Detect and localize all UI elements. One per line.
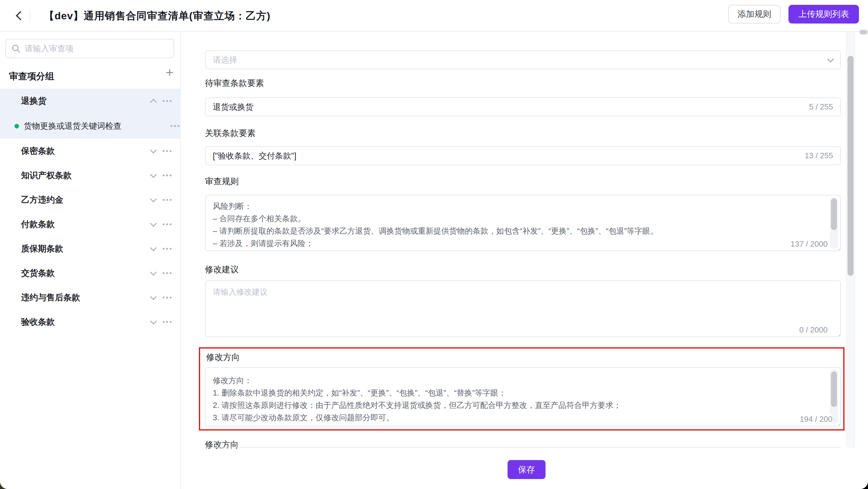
char-counter: 0 / 2000 bbox=[798, 325, 828, 335]
review-item-search[interactable] bbox=[5, 39, 174, 58]
save-button[interactable]: 保存 bbox=[507, 460, 546, 479]
resize-corner-icon[interactable] bbox=[834, 246, 841, 251]
sidebar-group-delivery[interactable]: 交货条款 ••• bbox=[0, 261, 181, 285]
clipped-field-top-border bbox=[205, 447, 841, 448]
sidebar-group-penalty[interactable]: 乙方违约金 ••• bbox=[0, 187, 181, 212]
review-rule-textarea[interactable]: 风险判断： – 合同存在多个相关条款。 – 请判断所提取的条款是否涉及“要求乙方… bbox=[206, 195, 840, 250]
chevron-down-icon[interactable] bbox=[150, 147, 157, 153]
related-element-input[interactable]: ["验收条款、交付条款"] 13 / 255 bbox=[205, 146, 841, 165]
sidebar-group-confidentiality[interactable]: 保密条款 ••• bbox=[0, 139, 181, 163]
chevron-down-icon[interactable] bbox=[150, 171, 157, 178]
chevron-down-icon[interactable] bbox=[150, 195, 157, 202]
sidebar-group-warranty[interactable]: 质保期条款 ••• bbox=[0, 236, 181, 261]
direction-field: 修改方向： 1. 删除条款中退换货的相关约定，如“补发”、“更换”、“包换”、“… bbox=[205, 367, 841, 426]
char-counter: 13 / 255 bbox=[803, 151, 833, 160]
char-counter: 137 / 2000 bbox=[789, 239, 828, 249]
review-element-input[interactable]: 退货或换货 5 / 255 bbox=[205, 97, 841, 116]
sidebar-item-keyword-check[interactable]: 货物更换或退货关键词检查 ••• bbox=[0, 113, 181, 139]
textarea-scrollbar-thumb[interactable] bbox=[831, 198, 837, 230]
more-menu-icon[interactable]: ••• bbox=[162, 245, 173, 252]
highlighted-direction-section: 修改方向 修改方向： 1. 删除条款中退换货的相关约定，如“补发”、“更换”、“… bbox=[199, 347, 844, 430]
content-scrollbar-thumb[interactable] bbox=[847, 56, 854, 276]
suggestion-field: 0 / 2000 bbox=[205, 280, 841, 337]
active-dot-icon bbox=[14, 124, 19, 128]
sidebar-group-payment[interactable]: 付款条款 ••• bbox=[0, 212, 181, 236]
chevron-down-icon[interactable] bbox=[150, 293, 157, 300]
add-rule-button[interactable]: 添加规则 bbox=[728, 5, 781, 24]
more-menu-icon[interactable]: ••• bbox=[162, 98, 173, 104]
chevron-down-icon[interactable] bbox=[150, 269, 157, 276]
suggestion-label: 修改建议 bbox=[205, 264, 239, 275]
chevron-down-icon[interactable] bbox=[150, 220, 157, 227]
page-header: 【dev】通用销售合同审查清单(审查立场：乙方) 添加规则 上传规则列表 bbox=[0, 0, 868, 32]
more-menu-icon[interactable]: ••• bbox=[162, 148, 173, 154]
direction-label: 修改方向 bbox=[206, 352, 240, 363]
search-input[interactable] bbox=[25, 44, 168, 53]
char-counter: 5 / 255 bbox=[807, 102, 833, 112]
suggestion-textarea[interactable] bbox=[206, 281, 840, 336]
more-menu-icon[interactable]: ••• bbox=[162, 270, 173, 276]
sidebar-group-returns[interactable]: 退换货 ••• bbox=[0, 89, 181, 113]
sidebar-group-breach-aftersale[interactable]: 违约与售后条款 ••• bbox=[0, 285, 181, 310]
sidebar-group-ip[interactable]: 知识产权条款 ••• bbox=[0, 163, 181, 187]
chevron-up-icon[interactable] bbox=[150, 99, 157, 105]
add-group-icon[interactable]: + bbox=[165, 65, 174, 79]
upload-rules-button[interactable]: 上传规则列表 bbox=[788, 5, 859, 24]
textarea-scrollbar-thumb[interactable] bbox=[831, 371, 837, 407]
review-element-label: 待审查条款要素 bbox=[205, 78, 264, 89]
chevron-down-icon[interactable] bbox=[150, 317, 157, 325]
page-title: 【dev】通用销售合同审查清单(审查立场：乙方) bbox=[44, 0, 270, 32]
more-menu-icon[interactable]: ••• bbox=[162, 319, 173, 325]
more-menu-icon[interactable]: ••• bbox=[162, 196, 173, 203]
groups-heading: 审查项分组 bbox=[9, 70, 54, 83]
sidebar: 审查项分组 + 退换货 ••• 货物更换或退货关键词检查 ••• 保密条款 ••… bbox=[0, 32, 181, 489]
review-rule-field: 风险判断： – 合同存在多个相关条款。 – 请判断所提取的条款是否涉及“要求乙方… bbox=[205, 195, 841, 251]
more-menu-icon[interactable]: ••• bbox=[162, 221, 173, 227]
resize-corner-icon[interactable] bbox=[834, 332, 841, 337]
direction2-label: 修改方向 bbox=[205, 439, 239, 450]
search-icon bbox=[11, 44, 21, 53]
page-scrollbar-thumb[interactable] bbox=[860, 30, 867, 34]
chevron-left-icon bbox=[16, 11, 25, 20]
resize-corner-icon[interactable] bbox=[834, 422, 841, 426]
type-select[interactable]: 请选择 bbox=[205, 50, 841, 69]
header-divider bbox=[30, 10, 30, 22]
char-counter: 194 / 200 bbox=[798, 415, 832, 424]
sidebar-group-acceptance[interactable]: 验收条款 ••• bbox=[0, 310, 181, 334]
back-button[interactable] bbox=[11, 8, 27, 24]
select-placeholder: 请选择 bbox=[213, 55, 828, 65]
related-element-label: 关联条款要素 bbox=[205, 127, 255, 139]
chevron-down-icon bbox=[827, 56, 834, 62]
content-scrollbar-track[interactable] bbox=[846, 32, 855, 448]
more-menu-icon[interactable]: ••• bbox=[170, 122, 181, 130]
review-rule-label: 审查规则 bbox=[205, 176, 239, 187]
chevron-down-icon[interactable] bbox=[150, 244, 157, 251]
more-menu-icon[interactable]: ••• bbox=[162, 294, 173, 301]
form-panel: 请选择 待审查条款要素 退货或换货 5 / 255 关联条款要素 ["验收条款、… bbox=[181, 32, 868, 489]
direction-textarea[interactable]: 修改方向： 1. 删除条款中退换货的相关约定，如“补发”、“更换”、“包换”、“… bbox=[206, 368, 840, 426]
app-window: 【dev】通用销售合同审查清单(审查立场：乙方) 添加规则 上传规则列表 审查项… bbox=[0, 0, 868, 489]
more-menu-icon[interactable]: ••• bbox=[162, 172, 173, 179]
